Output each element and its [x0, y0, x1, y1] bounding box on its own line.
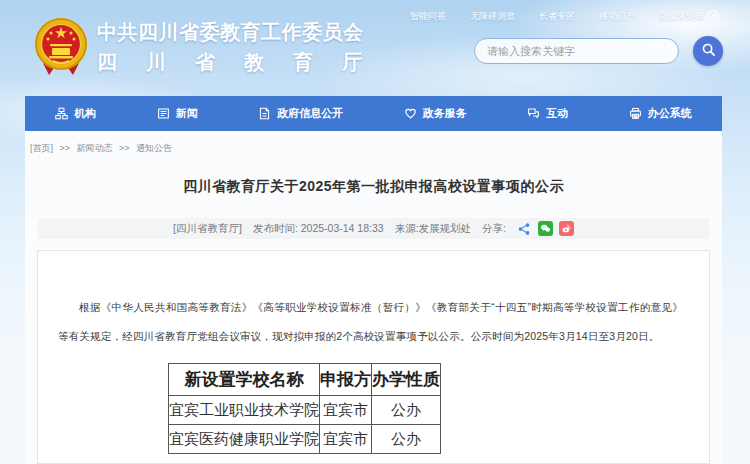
- topbar-link-new-media[interactable]: 新媒体矩阵: [659, 9, 720, 24]
- topbar: 智能问答 无障碍浏览 长者专区 移动门户 新媒体矩阵: [410, 9, 720, 24]
- wechat-share-icon[interactable]: [538, 221, 553, 236]
- national-emblem-icon: [33, 13, 89, 81]
- nav-item-interaction[interactable]: 互动: [517, 96, 578, 131]
- share-icons: [517, 221, 574, 236]
- org-names: 中共四川省委教育工作委员会 四川省教育厅: [97, 17, 391, 77]
- article-paragraph: 根据《中华人民共和国高等教育法》《高等职业学校设置标准（暂行）》《教育部关于“十…: [58, 293, 683, 351]
- breadcrumb-separator: >>: [60, 143, 71, 153]
- news-icon: [157, 107, 170, 120]
- header-school-name: 新设置学校名称: [169, 364, 320, 396]
- nav-label: 机构: [74, 106, 96, 121]
- printer-icon: [629, 107, 642, 120]
- topbar-link-mobile-portal[interactable]: 移动门户: [599, 10, 635, 23]
- meta-department: [四川省教育厅]: [173, 222, 242, 236]
- new-media-icon: [707, 9, 720, 24]
- search-bar: [474, 36, 723, 66]
- nav-item-institutions[interactable]: 机构: [45, 96, 106, 131]
- cell-applicant: 宜宾市: [320, 396, 372, 425]
- nav-item-services[interactable]: 政务服务: [394, 96, 477, 131]
- main-nav: 机构 新闻 政府信息公开 政务服务 互动 办公系统: [25, 96, 722, 131]
- org-name-committee: 中共四川省委教育工作委员会: [97, 17, 391, 47]
- share-more-icon[interactable]: [517, 221, 532, 236]
- site-brand: 中共四川省委教育工作委员会 四川省教育厅: [33, 13, 391, 81]
- table-header-row: 新设置学校名称 申报方 办学性质: [169, 364, 441, 396]
- nav-item-news[interactable]: 新闻: [147, 96, 208, 131]
- org-name-department: 四川省教育厅: [97, 47, 391, 77]
- school-setup-table: 新设置学校名称 申报方 办学性质 宜宾工业职业技术学院 宜宾市 公办 宜宾医药健…: [168, 363, 441, 454]
- cell-school-type: 公办: [372, 425, 441, 454]
- table-row: 宜宾工业职业技术学院 宜宾市 公办: [169, 396, 441, 425]
- topbar-link-accessibility[interactable]: 无障碍浏览: [470, 10, 515, 23]
- breadcrumb-separator: >>: [119, 143, 130, 153]
- breadcrumb-home[interactable]: [首页]: [30, 143, 53, 153]
- article-meta-bar: [四川省教育厅] 发布时间: 2025-03-14 18:33 来源:发展规划处…: [38, 218, 709, 239]
- article-title: 四川省教育厅关于2025年第一批拟申报高校设置事项的公示: [25, 178, 722, 196]
- search-icon: [701, 42, 716, 60]
- cell-applicant: 宜宾市: [320, 425, 372, 454]
- weibo-share-icon[interactable]: [559, 221, 574, 236]
- nav-label: 办公系统: [648, 106, 692, 121]
- heart-icon: [404, 107, 417, 120]
- document-icon: [258, 107, 271, 120]
- breadcrumb: [首页] >> 新闻动态 >> 通知公告: [30, 142, 172, 155]
- topbar-link-senior-zone[interactable]: 长者专区: [539, 10, 575, 23]
- nav-item-info-disclosure[interactable]: 政府信息公开: [248, 96, 353, 131]
- sitemap-icon: [55, 107, 68, 120]
- nav-label: 互动: [546, 106, 568, 121]
- page: 智能问答 无障碍浏览 长者专区 移动门户 新媒体矩阵: [0, 0, 750, 464]
- search-button[interactable]: [693, 36, 723, 66]
- header-applicant: 申报方: [320, 364, 372, 396]
- nav-label: 政务服务: [423, 106, 467, 121]
- nav-item-office-system[interactable]: 办公系统: [619, 96, 702, 131]
- cell-school-type: 公办: [372, 396, 441, 425]
- meta-source: 来源:发展规划处: [395, 222, 471, 236]
- topbar-link-smart-qa[interactable]: 智能问答: [410, 10, 446, 23]
- header-school-type: 办学性质: [372, 364, 441, 396]
- table-row: 宜宾医药健康职业学院 宜宾市 公办: [169, 425, 441, 454]
- search-input[interactable]: [474, 38, 679, 64]
- chat-icon: [527, 107, 540, 120]
- article-body-card: 根据《中华人民共和国高等教育法》《高等职业学校设置标准（暂行）》《教育部关于“十…: [37, 250, 710, 464]
- meta-publish-time: 发布时间: 2025-03-14 18:33: [253, 222, 384, 236]
- nav-label: 新闻: [176, 106, 198, 121]
- cell-school-name: 宜宾医药健康职业学院: [169, 425, 320, 454]
- content-panel: [首页] >> 新闻动态 >> 通知公告 四川省教育厅关于2025年第一批拟申报…: [25, 131, 722, 464]
- breadcrumb-notices[interactable]: 通知公告: [136, 143, 172, 153]
- nav-label: 政府信息公开: [277, 106, 343, 121]
- breadcrumb-news[interactable]: 新闻动态: [77, 143, 113, 153]
- meta-share-label: 分享:: [482, 222, 506, 236]
- cell-school-name: 宜宾工业职业技术学院: [169, 396, 320, 425]
